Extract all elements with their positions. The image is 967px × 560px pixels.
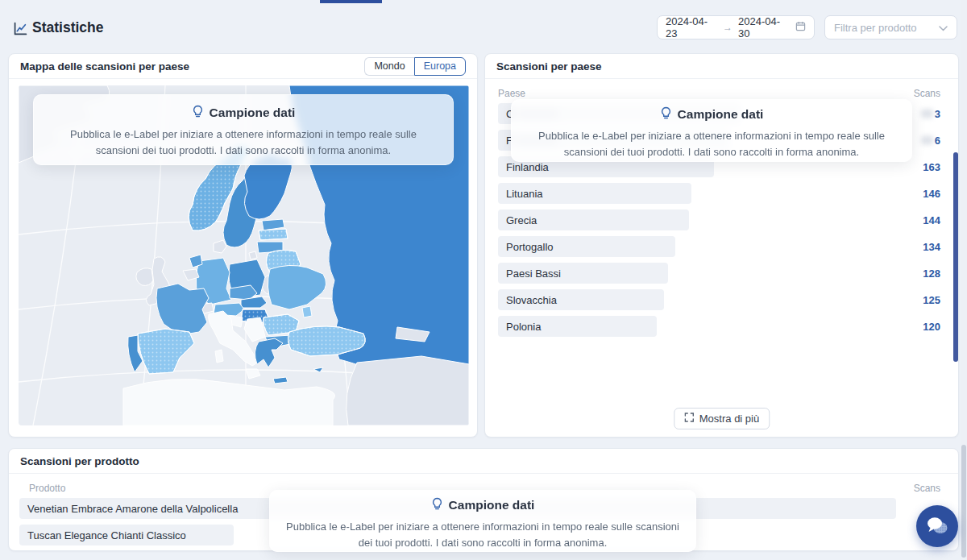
sample-data-overlay-product: Campione dati Pubblica le e-Label per in… bbox=[269, 490, 696, 552]
scan-bar: Paesi Bassi bbox=[498, 263, 668, 284]
sample-data-overlay-country: Campione dati Pubblica le e-Label per in… bbox=[511, 99, 912, 162]
page-scrollbar-thumb[interactable] bbox=[961, 445, 966, 558]
row-scans-value: 3 bbox=[921, 108, 940, 120]
arrow-right-icon: → bbox=[723, 22, 733, 33]
calendar-icon bbox=[795, 21, 806, 34]
row-label: Paesi Bassi bbox=[506, 268, 561, 280]
sample-data-body: Pubblica le e-Label per iniziare a otten… bbox=[522, 128, 901, 160]
row-scans-value: 163 bbox=[923, 161, 940, 173]
sample-data-title: Campione dati bbox=[270, 497, 695, 513]
row-label: Portogallo bbox=[506, 241, 554, 253]
map-panel: Mappa delle scansioni per paese Mondo Eu… bbox=[8, 53, 478, 438]
product-panel-title: Scansioni per prodotto bbox=[20, 455, 139, 467]
sample-data-body: Pubblica le e-Label per iniziare a otten… bbox=[58, 127, 429, 159]
date-range-picker[interactable]: 2024-04-23 → 2024-04-30 bbox=[657, 15, 815, 39]
map-country-crete bbox=[273, 377, 288, 384]
col-paese: Paese bbox=[498, 88, 525, 99]
country-list-scrollbar-thumb[interactable] bbox=[953, 152, 958, 362]
toggle-world-button[interactable]: Mondo bbox=[364, 57, 413, 76]
row-label: Polonia bbox=[506, 321, 541, 333]
table-row[interactable]: Slovacchia125 bbox=[485, 289, 958, 310]
row-label: Tuscan Elegance Chianti Classico bbox=[27, 529, 186, 541]
lightbulb-icon bbox=[192, 105, 204, 121]
row-scans-value: 6 bbox=[921, 135, 940, 147]
country-column-headers: Paese Scans bbox=[498, 88, 940, 99]
scan-bar: Tuscan Elegance Chianti Classico bbox=[19, 525, 234, 545]
row-scans-value: 146 bbox=[923, 188, 940, 200]
table-row[interactable]: Lituania146 bbox=[485, 183, 958, 204]
row-label: Lituania bbox=[506, 188, 543, 200]
scan-bar: Polonia bbox=[498, 316, 657, 337]
map-panel-title: Mappa delle scansioni per paese bbox=[20, 60, 189, 73]
expand-icon bbox=[684, 413, 694, 425]
toggle-europe-button[interactable]: Europa bbox=[414, 57, 466, 76]
table-row[interactable]: Polonia120 bbox=[485, 316, 958, 337]
product-filter-select[interactable]: Filtra per prodotto bbox=[824, 15, 957, 39]
map-scope-toggle: Mondo Europa bbox=[364, 57, 466, 76]
show-more-label: Mostra di più bbox=[699, 413, 759, 425]
scan-bar: Slovacchia bbox=[498, 289, 664, 310]
row-scans-value: 134 bbox=[923, 241, 940, 253]
scan-bar: Portogallo bbox=[498, 236, 675, 257]
sample-data-overlay-map: Campione dati Pubblica le e-Label per in… bbox=[33, 94, 454, 165]
scan-bar: Grecia bbox=[498, 209, 689, 230]
col-scans: Scans bbox=[914, 88, 940, 99]
row-scans-value: 120 bbox=[923, 321, 940, 333]
row-label: Grecia bbox=[506, 214, 537, 226]
country-scans-panel: Scansioni per paese Paese Scans C3F6Finl… bbox=[484, 53, 959, 438]
map-panel-header: Mappa delle scansioni per paese Mondo Eu… bbox=[9, 54, 477, 79]
row-scans-value: 125 bbox=[923, 294, 940, 306]
col-scans: Scans bbox=[914, 483, 940, 494]
row-scans-value: 144 bbox=[923, 214, 940, 226]
date-from[interactable]: 2024-04-23 bbox=[666, 15, 717, 39]
product-filter-placeholder: Filtra per prodotto bbox=[834, 22, 917, 34]
table-row[interactable]: Paesi Bassi128 bbox=[485, 263, 958, 284]
map-country-ireland bbox=[136, 268, 153, 286]
row-label: Venetian Embrace Amarone della Valpolice… bbox=[27, 503, 238, 515]
map-country-moldova bbox=[302, 306, 312, 317]
row-label: Slovacchia bbox=[506, 294, 557, 306]
row-label: Finlandia bbox=[506, 161, 549, 173]
map-country-sardinia bbox=[215, 350, 223, 363]
lightbulb-icon bbox=[660, 106, 672, 122]
show-more-button[interactable]: Mostra di più bbox=[674, 408, 770, 429]
col-prodotto: Prodotto bbox=[29, 483, 65, 494]
sample-data-title: Campione dati bbox=[512, 106, 911, 122]
line-chart-icon bbox=[14, 22, 27, 39]
blurred-text bbox=[921, 136, 933, 145]
chevron-down-icon bbox=[939, 22, 948, 34]
scan-bar: Lituania bbox=[498, 183, 691, 204]
product-panel-header: Scansioni per prodotto bbox=[9, 449, 958, 474]
chat-widget-button[interactable] bbox=[916, 505, 958, 547]
map-country-kaliningrad bbox=[249, 251, 257, 259]
date-to[interactable]: 2024-04-30 bbox=[738, 15, 790, 39]
table-row[interactable]: Grecia144 bbox=[485, 209, 958, 230]
page-header: Statistiche 2024-04-23 → 2024-04-30 Filt… bbox=[0, 0, 967, 48]
table-row[interactable]: Portogallo134 bbox=[485, 236, 958, 257]
country-panel-header: Scansioni per paese bbox=[485, 54, 958, 79]
country-panel-title: Scansioni per paese bbox=[496, 60, 602, 73]
blurred-text bbox=[921, 110, 933, 118]
sample-data-title: Campione dati bbox=[34, 105, 453, 121]
map-country-latvia-texture bbox=[259, 229, 288, 240]
row-scans-value: 128 bbox=[923, 268, 940, 280]
sample-data-body: Pubblica le e-Label per iniziare a otten… bbox=[281, 519, 684, 551]
chat-bubbles-icon bbox=[925, 515, 949, 537]
page-scrollbar-track[interactable] bbox=[961, 0, 967, 560]
page-title: Statistiche bbox=[32, 19, 104, 36]
product-scans-panel: Scansioni per prodotto Prodotto Scans Ve… bbox=[8, 448, 959, 551]
map-region-middle-east bbox=[347, 356, 469, 425]
lightbulb-icon bbox=[431, 497, 443, 513]
